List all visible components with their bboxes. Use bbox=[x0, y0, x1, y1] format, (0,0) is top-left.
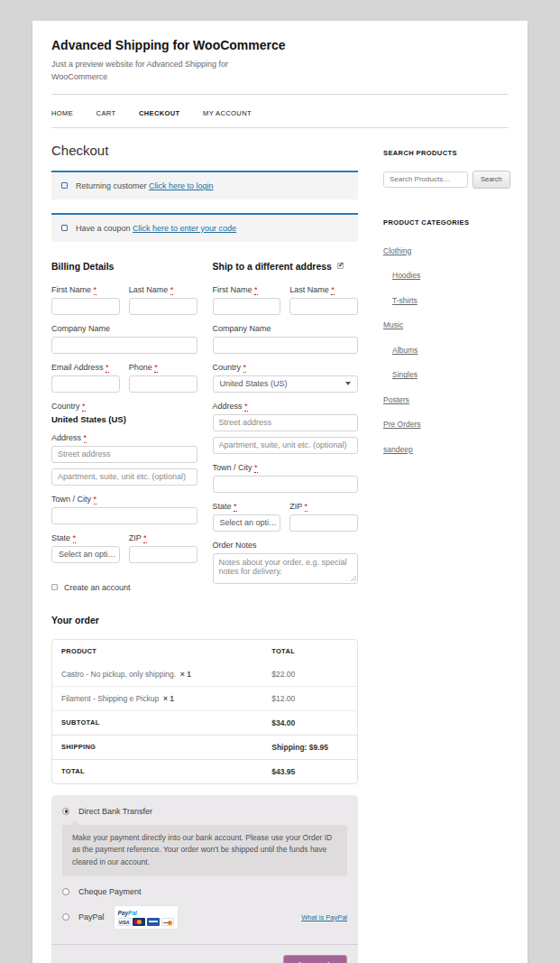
order-col-product: PRODUCT bbox=[52, 640, 262, 662]
paypal-logo-icon: PayPal bbox=[118, 910, 137, 916]
billing-first-name-input[interactable] bbox=[51, 298, 120, 315]
required-asterisk: * bbox=[73, 533, 77, 543]
billing-address2-input[interactable] bbox=[51, 468, 197, 486]
shipping-last-name-label: Last Name * bbox=[289, 285, 358, 294]
item-quantity: × 1 bbox=[180, 670, 191, 679]
shipping-city-input[interactable] bbox=[213, 476, 359, 493]
cheque-radio[interactable] bbox=[62, 888, 69, 895]
page-title: Checkout bbox=[51, 143, 358, 158]
shipping-cost-value: Shipping: $9.95 bbox=[262, 736, 357, 760]
order-notes-textarea[interactable] bbox=[213, 553, 359, 584]
coupon-link[interactable]: Click here to enter your code bbox=[133, 224, 236, 233]
billing-first-name-label: First Name * bbox=[51, 285, 120, 294]
paypal-option[interactable]: PayPal PayPal VISA What is PayP bbox=[62, 905, 347, 930]
what-is-paypal-link[interactable]: What is PayPal bbox=[301, 913, 347, 921]
billing-last-name-input[interactable] bbox=[129, 298, 197, 315]
category-item: Hoodies bbox=[392, 265, 509, 282]
product-categories-list: Clothing Hoodies T-shirts Music Albums S… bbox=[383, 241, 509, 456]
bank-transfer-option[interactable]: Direct Bank Transfer bbox=[62, 807, 347, 816]
item-total: $12.00 bbox=[262, 687, 357, 711]
bank-transfer-radio[interactable] bbox=[62, 808, 69, 815]
search-input[interactable] bbox=[383, 171, 468, 188]
category-item: Clothing bbox=[383, 241, 509, 257]
billing-email-label: Email Address * bbox=[51, 363, 120, 372]
shipping-country-select[interactable]: United States (US) bbox=[213, 375, 359, 393]
billing-address1-input[interactable] bbox=[51, 446, 197, 463]
billing-city-input[interactable] bbox=[51, 507, 197, 524]
paypal-radio[interactable] bbox=[62, 913, 69, 921]
required-asterisk: * bbox=[154, 363, 158, 373]
category-item: Pre Orders bbox=[383, 414, 509, 431]
nav-item-checkout[interactable]: CHECKOUT bbox=[139, 109, 180, 117]
category-link-clothing[interactable]: Clothing bbox=[383, 246, 411, 255]
site-tagline: Just a preview website for Advanced Ship… bbox=[51, 59, 245, 84]
subtotal-value: $34.00 bbox=[262, 711, 357, 736]
subtotal-row: SUBTOTAL $34.00 bbox=[52, 711, 357, 736]
billing-state-select[interactable]: Select an opti… bbox=[51, 546, 120, 563]
shipping-last-name-input[interactable] bbox=[289, 298, 358, 315]
nav-item-cart[interactable]: CART bbox=[96, 109, 116, 117]
shipping-first-name-label: First Name * bbox=[213, 285, 281, 294]
login-link[interactable]: Click here to login bbox=[149, 181, 214, 190]
order-notes-label: Order Notes bbox=[213, 541, 359, 550]
billing-city-label: Town / City * bbox=[51, 495, 197, 504]
category-link-singles[interactable]: Singles bbox=[392, 370, 418, 379]
shipping-city-label: Town / City * bbox=[213, 463, 359, 472]
payment-method-cheque: Cheque Payment bbox=[62, 887, 347, 896]
category-link-music[interactable]: Music bbox=[383, 320, 403, 329]
paypal-cards-image: PayPal VISA bbox=[114, 905, 179, 930]
order-col-total: TOTAL bbox=[262, 640, 357, 662]
shipping-row: SHIPPING Shipping: $9.95 bbox=[52, 736, 357, 760]
billing-column: Billing Details First Name * Last Name *… bbox=[51, 261, 197, 593]
category-item: Posters bbox=[383, 390, 509, 406]
billing-company-input[interactable] bbox=[51, 337, 197, 354]
category-link-albums[interactable]: Albums bbox=[392, 346, 418, 355]
shipping-country-label: Country * bbox=[213, 363, 359, 372]
required-asterisk: * bbox=[305, 502, 308, 512]
shipping-zip-input[interactable] bbox=[289, 514, 358, 532]
category-link-posters[interactable]: Posters bbox=[383, 395, 409, 404]
billing-zip-input[interactable] bbox=[129, 546, 197, 563]
shipping-address1-input[interactable] bbox=[213, 414, 359, 431]
order-review-section: Your order PRODUCT TOTAL Castro - No pic… bbox=[51, 615, 358, 784]
shipping-first-name-input[interactable] bbox=[213, 298, 281, 315]
coupon-text: Have a coupon Click here to enter your c… bbox=[76, 224, 236, 233]
search-button[interactable]: Search bbox=[473, 171, 510, 189]
info-icon bbox=[61, 225, 68, 231]
required-asterisk: * bbox=[84, 433, 87, 443]
nav-item-my-account[interactable]: MY ACCOUNT bbox=[203, 109, 252, 117]
create-account-row[interactable]: Create an account bbox=[51, 583, 197, 592]
billing-email-input[interactable] bbox=[51, 375, 120, 393]
category-link-pre-orders[interactable]: Pre Orders bbox=[383, 420, 421, 429]
shipping-state-select[interactable]: Select an opti… bbox=[213, 514, 281, 532]
category-link-tshirts[interactable]: T-shirts bbox=[392, 296, 418, 305]
coupon-notice: Have a coupon Click here to enter your c… bbox=[51, 213, 358, 242]
bank-transfer-description: Make your payment directly into our bank… bbox=[62, 825, 347, 876]
category-link-sandeep[interactable]: sandeep bbox=[383, 445, 413, 454]
nav-item-home[interactable]: HOME bbox=[51, 109, 73, 117]
info-icon bbox=[61, 182, 68, 189]
shipping-company-input[interactable] bbox=[213, 337, 359, 354]
total-row: TOTAL $43.95 bbox=[52, 760, 357, 783]
shipping-zip-label: ZIP * bbox=[289, 502, 358, 511]
required-asterisk: * bbox=[82, 402, 86, 412]
your-order-heading: Your order bbox=[51, 615, 358, 625]
shipping-address2-input[interactable] bbox=[213, 437, 359, 454]
required-asterisk: * bbox=[170, 285, 174, 295]
category-item: Albums bbox=[392, 340, 509, 356]
cheque-option[interactable]: Cheque Payment bbox=[62, 887, 347, 896]
shipping-heading: Ship to a different address bbox=[213, 261, 359, 272]
place-order-button[interactable]: Place order bbox=[283, 955, 347, 963]
ship-different-address-checkbox[interactable] bbox=[337, 263, 344, 269]
billing-address-label: Address * bbox=[51, 433, 197, 442]
category-item: Singles bbox=[392, 365, 509, 381]
required-asterisk: * bbox=[94, 285, 97, 295]
create-account-checkbox[interactable] bbox=[51, 584, 58, 590]
billing-zip-label: ZIP * bbox=[129, 533, 197, 542]
search-products-heading: SEARCH PRODUCTS bbox=[383, 149, 509, 157]
billing-last-name-label: Last Name * bbox=[129, 285, 197, 294]
visa-card-icon: VISA bbox=[118, 918, 131, 926]
category-link-hoodies[interactable]: Hoodies bbox=[392, 271, 420, 280]
payment-section: Direct Bank Transfer Make your payment d… bbox=[51, 795, 358, 963]
billing-phone-input[interactable] bbox=[129, 375, 197, 393]
